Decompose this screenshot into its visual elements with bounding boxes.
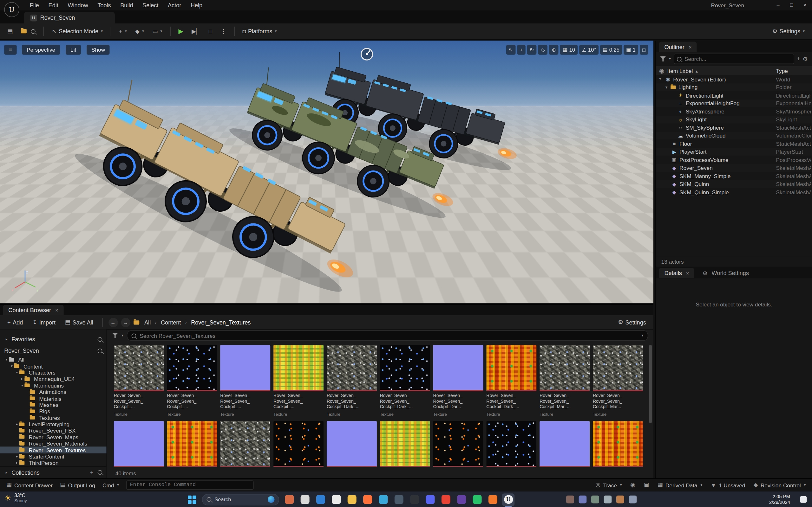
maximize-button[interactable]: □	[785, 0, 798, 10]
asset-tile[interactable]: Rover_Seven_Rover_Seven_Cockpit_Dark_...…	[327, 345, 377, 417]
unreal-logo[interactable]: U	[4, 2, 19, 17]
asset-thumbnail[interactable]	[380, 345, 430, 391]
outliner-row[interactable]: ▾ Lighting Folder	[656, 83, 812, 91]
asset-tile[interactable]: Rover_Seven_Rover_Seven_Cockpit_Dark_...…	[486, 345, 537, 417]
close-icon[interactable]: ×	[689, 44, 692, 50]
asset-thumbnail[interactable]	[167, 345, 217, 391]
folder-tree-item-characters[interactable]: ▾ Characters	[0, 370, 107, 376]
taskbar-app-github[interactable]	[408, 493, 420, 505]
cmd-dropdown[interactable]: Cmd▾	[102, 482, 119, 488]
folder-tree-item-rover-seven-fbx[interactable]: Rover_Seven_FBX	[0, 428, 107, 434]
expander-icon[interactable]: ▾	[4, 357, 9, 361]
eye-icon[interactable]: ◉	[659, 67, 664, 74]
asset-thumbnail[interactable]	[593, 421, 643, 467]
menu-help[interactable]: Help	[186, 0, 207, 10]
taskbar-app-blender[interactable]	[486, 493, 499, 505]
outliner-row[interactable]: ◆ Rover_Seven SkeletalMeshActor	[656, 164, 812, 172]
expander-icon[interactable]: ▸	[14, 461, 19, 465]
folder-tree-item-textures[interactable]: Textures	[0, 414, 107, 421]
asset-thumbnail[interactable]	[433, 421, 484, 467]
asset-thumbnail[interactable]	[220, 345, 270, 391]
taskbar-app-photos[interactable]	[283, 493, 295, 505]
asset-tile[interactable]: Rover_Seven_Rover_Seven_Cockpit_... Text…	[273, 345, 323, 417]
asset-tile[interactable]	[114, 421, 164, 467]
asset-tile[interactable]: Rover_Seven_Rover_Seven_Cockpit_... Text…	[114, 345, 164, 417]
settings-dropdown[interactable]: ⚙ Settings ▾	[769, 26, 808, 37]
rotate-tool-button[interactable]: ↻	[527, 45, 537, 55]
lit-dropdown[interactable]: Lit	[66, 45, 81, 55]
asset-thumbnail[interactable]	[540, 421, 590, 467]
tray-icon-1[interactable]	[566, 496, 574, 504]
frame-skip-button[interactable]: ▶▏	[189, 26, 204, 37]
column-type-label[interactable]: Type	[776, 68, 788, 74]
rotation-snap-toggle[interactable]: ∠10°	[579, 45, 599, 55]
outliner-row[interactable]: ▣ PostProcessVolume PostProcessVolume	[656, 156, 812, 164]
folder-tree-item-content[interactable]: ▾ Content	[0, 363, 107, 369]
folder-tree-item-meshes[interactable]: Meshes	[0, 401, 107, 408]
console-command-input[interactable]	[126, 480, 253, 490]
platforms-dropdown[interactable]: ◘ Platforms ▾	[240, 26, 280, 37]
outliner-search-box[interactable]	[673, 54, 794, 64]
tray-icon-6[interactable]	[629, 496, 637, 504]
asset-tile[interactable]	[220, 421, 270, 467]
outliner-row[interactable]: ◆ SKM_Quinn_Simple SkeletalMeshActor	[656, 188, 812, 196]
expander-icon[interactable]: ▾	[665, 85, 670, 90]
favorites-section[interactable]: ▸ Favorites	[0, 333, 107, 345]
editor-tab-rover-seven[interactable]: U Rover_Seven	[24, 12, 115, 23]
outliner-row[interactable]: ▶ PlayerStart PlayerStart	[656, 148, 812, 156]
taskbar-app-twitch[interactable]	[455, 493, 467, 505]
tray-icon-2[interactable]	[579, 496, 587, 504]
camera-speed-button[interactable]: ▣1	[623, 45, 638, 55]
asset-thumbnail[interactable]	[486, 421, 537, 467]
asset-thumbnail[interactable]	[273, 421, 323, 467]
menu-select[interactable]: Select	[138, 0, 163, 10]
filter-icon[interactable]	[660, 56, 666, 61]
close-icon[interactable]: ×	[55, 307, 58, 313]
import-button[interactable]: ↧Import	[29, 317, 59, 328]
search-icon[interactable]	[98, 337, 102, 342]
taskbar-app-calculator[interactable]	[299, 493, 311, 505]
outliner-row[interactable]: ▾ ◉ Rover_Seven (Editor) World	[656, 75, 812, 83]
tab-content-browser[interactable]: Content Browser ×	[3, 305, 63, 315]
folder-tree-item-rover-seven-maps[interactable]: Rover_Seven_Maps	[0, 434, 107, 440]
folder-tree-item-materials[interactable]: Materials	[0, 395, 107, 401]
breadcrumb-content[interactable]: Content	[161, 319, 181, 326]
tray-icon-3[interactable]	[591, 496, 599, 504]
asset-thumbnail[interactable]	[327, 345, 377, 391]
gear-icon[interactable]: ⚙	[803, 55, 808, 62]
add-icon[interactable]: +	[797, 56, 800, 62]
filter-icon[interactable]	[112, 333, 118, 338]
minimize-button[interactable]: –	[771, 0, 785, 10]
taskbar-unreal-engine[interactable]: U	[502, 493, 514, 505]
asset-tile[interactable]: Rover_Seven_Rover_Seven_Cockpit_... Text…	[167, 345, 217, 417]
add-button[interactable]: +Add	[4, 317, 26, 328]
asset-thumbnail[interactable]	[486, 345, 537, 391]
collections-section[interactable]: ▸ Collections +	[0, 466, 107, 478]
back-button[interactable]: ←	[108, 318, 118, 327]
tray-icon-5[interactable]	[616, 496, 624, 504]
outliner-search-input[interactable]	[683, 55, 791, 62]
outliner-row[interactable]: ◐ SkyAtmosphere SkyAtmosphere	[656, 107, 812, 115]
asset-thumbnail[interactable]	[380, 421, 430, 467]
outliner-row[interactable]: ☁ VolumetricCloud VolumetricCloud	[656, 131, 812, 139]
asset-tile[interactable]	[433, 421, 484, 467]
close-button[interactable]: ×	[798, 0, 812, 10]
save-button[interactable]: ▤	[4, 26, 16, 37]
play-options-kebab[interactable]: ⋮	[217, 26, 229, 37]
outliner-row[interactable]: ≈ ExponentialHeightFog ExponentialHeight…	[656, 99, 812, 107]
asset-search-input[interactable]	[139, 332, 639, 339]
close-icon[interactable]: ×	[686, 270, 689, 276]
asset-tile[interactable]	[167, 421, 217, 467]
scale-snap-toggle[interactable]: ▤0.25	[600, 45, 622, 55]
asset-thumbnail[interactable]	[114, 345, 164, 391]
taskbar-app-discord[interactable]	[424, 493, 436, 505]
asset-thumbnail[interactable]	[167, 421, 217, 467]
expander-icon[interactable]: ▾	[659, 77, 664, 81]
asset-thumbnail[interactable]	[433, 345, 484, 391]
show-dropdown[interactable]: Show	[87, 45, 110, 55]
outliner-row[interactable]: ◆ SKM_Quinn SkeletalMeshActor	[656, 180, 812, 188]
taskbar-search-box[interactable]: Search	[202, 494, 279, 505]
asset-thumbnail[interactable]	[540, 345, 590, 391]
asset-tile[interactable]	[540, 421, 590, 467]
viewport-widget[interactable]	[361, 49, 373, 60]
